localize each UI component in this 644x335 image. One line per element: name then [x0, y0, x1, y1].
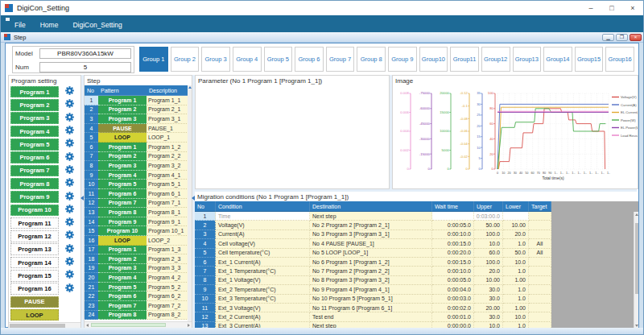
- doc-minimize-button[interactable]: ▁: [602, 34, 614, 41]
- migration-wait-time-cell[interactable]: 0:00:15.0: [432, 258, 474, 267]
- migration-target-cell[interactable]: All: [529, 239, 551, 248]
- step-description-cell[interactable]: Program 7_2: [147, 301, 188, 311]
- migration-wait-time-cell[interactable]: 0:00:05.0: [432, 221, 474, 230]
- gear-icon[interactable]: [64, 124, 75, 139]
- step-row[interactable]: 18Program 2Program 2_3: [85, 254, 192, 264]
- step-description-cell[interactable]: Program 9_1: [147, 217, 188, 227]
- step-row[interactable]: 21Program 5Program 5_2: [85, 283, 192, 292]
- migration-lower-cell[interactable]: 1.00: [503, 276, 529, 285]
- program-button-program-11[interactable]: Program 11: [10, 217, 59, 230]
- step-description-cell[interactable]: Program 5_2: [147, 283, 188, 292]
- migration-destination-cell[interactable]: No 7 Program 2 [Program 2_2]: [310, 267, 432, 275]
- migration-no-cell[interactable]: 12: [195, 312, 216, 321]
- program-button-loop[interactable]: LOOP: [10, 309, 59, 321]
- migration-upper-cell[interactable]: 30.0: [474, 285, 503, 294]
- step-row[interactable]: 11Program 6Program 6_1: [85, 189, 192, 199]
- program-button-program-6[interactable]: Program 6: [10, 151, 59, 163]
- gear-icon[interactable]: [64, 216, 75, 230]
- migration-vertical-scrollbar[interactable]: [634, 212, 638, 329]
- scroll-right-icon[interactable]: [188, 324, 190, 327]
- migration-destination-cell[interactable]: No 4 PAUSE [PAUSE_1]: [310, 239, 432, 248]
- migration-no-cell[interactable]: 8: [195, 276, 216, 285]
- gear-icon[interactable]: [64, 242, 75, 257]
- step-no-cell[interactable]: 16: [85, 236, 98, 246]
- group-tab-15[interactable]: Group15: [575, 47, 604, 72]
- program-button-program-7[interactable]: Program 7: [10, 165, 59, 177]
- group-tab-14[interactable]: Group14: [543, 47, 572, 72]
- migration-target-cell[interactable]: [529, 312, 551, 321]
- step-no-cell[interactable]: 14: [85, 217, 98, 227]
- migration-lower-cell[interactable]: 1.0: [503, 267, 529, 275]
- migration-row[interactable]: 5Cell temperature(°C)No 5 LOOP [LOOP_1]0…: [195, 249, 638, 258]
- step-description-cell[interactable]: Program 3_2: [147, 161, 188, 171]
- migration-no-cell[interactable]: 3: [195, 230, 216, 239]
- migration-wait-time-cell[interactable]: 0:00:10.0: [432, 267, 474, 275]
- step-pattern-cell[interactable]: Program 5: [98, 283, 147, 292]
- step-description-cell[interactable]: Program 10_1: [147, 226, 188, 236]
- step-no-cell[interactable]: 7: [85, 152, 98, 162]
- migration-destination-cell[interactable]: No 8 Program 3 [Program 3_2]: [310, 276, 432, 285]
- step-no-cell[interactable]: 24: [85, 311, 98, 321]
- step-no-cell[interactable]: 6: [85, 143, 98, 152]
- step-row[interactable]: 22Program 6Program 6_2: [85, 292, 192, 301]
- gear-icon[interactable]: [64, 163, 75, 178]
- migration-upper-cell[interactable]: 10.0: [474, 239, 503, 248]
- step-row[interactable]: 8Program 3Program 3_2: [85, 161, 192, 171]
- group-tab-6[interactable]: Group 6: [295, 47, 324, 72]
- step-pattern-cell[interactable]: Program 3: [98, 264, 147, 274]
- migration-row[interactable]: 2Voltage(V)No 2 Program 2 [Program 2_1]0…: [195, 221, 638, 230]
- step-description-cell[interactable]: Program 8_1: [147, 208, 188, 217]
- migration-target-cell[interactable]: [529, 285, 551, 294]
- step-no-cell[interactable]: 17: [85, 246, 98, 255]
- step-no-cell[interactable]: 12: [85, 199, 98, 209]
- step-row[interactable]: 5LOOPLOOP_1: [85, 133, 192, 143]
- migration-upper-cell[interactable]: 20.0: [474, 267, 503, 275]
- step-description-cell[interactable]: LOOP_2: [147, 236, 188, 246]
- step-pattern-cell[interactable]: Program 3: [98, 114, 147, 124]
- migration-upper-cell[interactable]: 100.0: [474, 258, 503, 267]
- migration-no-cell[interactable]: 5: [195, 249, 216, 258]
- migration-destination-cell[interactable]: No 6 Program 1 [Program 1_2]: [310, 258, 432, 267]
- migration-lower-cell[interactable]: 10.00: [503, 221, 529, 230]
- step-pattern-cell[interactable]: Program 3: [98, 161, 147, 171]
- group-tab-10[interactable]: Group10: [419, 47, 448, 72]
- step-pattern-cell[interactable]: Program 1: [98, 246, 147, 255]
- step-pattern-cell[interactable]: Program 9: [98, 217, 147, 227]
- program-button-program-4[interactable]: Program 4: [10, 126, 59, 138]
- step-no-cell[interactable]: 20: [85, 273, 98, 283]
- program-button-program-12[interactable]: Program 12: [10, 230, 59, 242]
- gear-icon[interactable]: [64, 151, 75, 165]
- migration-target-cell[interactable]: [529, 267, 551, 275]
- program-button-program-9[interactable]: Program 9: [10, 191, 59, 203]
- group-tab-7[interactable]: Group 7: [326, 47, 355, 72]
- migration-destination-cell[interactable]: No 5 LOOP [LOOP_1]: [310, 249, 432, 258]
- migration-target-cell[interactable]: [529, 221, 551, 230]
- migration-wait-time-cell[interactable]: 0:00:01.0: [432, 312, 474, 321]
- step-description-cell[interactable]: Program 2_1: [147, 105, 188, 115]
- migration-lower-cell[interactable]: 1.0: [503, 285, 529, 294]
- doc-restore-button[interactable]: ❐: [616, 34, 628, 41]
- step-no-cell[interactable]: 15: [85, 226, 98, 236]
- step-no-cell[interactable]: 19: [85, 264, 98, 274]
- program-button-program-5[interactable]: Program 5: [10, 139, 59, 151]
- migration-no-cell[interactable]: 7: [195, 267, 216, 275]
- program-button-program-14[interactable]: Program 14: [10, 257, 59, 269]
- group-tab-13[interactable]: Group13: [513, 47, 542, 72]
- step-pattern-cell[interactable]: Program 4: [98, 171, 147, 180]
- step-row[interactable]: 6Program 1Program 1_2: [85, 143, 192, 152]
- migration-row[interactable]: 8Ext_1 Voltage(V)No 8 Program 3 [Program…: [195, 276, 638, 285]
- migration-condition-cell[interactable]: Ext_3 Voltage(V): [216, 304, 310, 312]
- num-input[interactable]: [39, 62, 131, 72]
- menu-item-digicon_setting[interactable]: DigiCon_Setting: [65, 19, 129, 31]
- migration-lower-cell[interactable]: 10.0: [503, 258, 529, 267]
- step-description-cell[interactable]: Program 7_1: [147, 199, 188, 209]
- migration-no-cell[interactable]: 2: [195, 221, 216, 230]
- gear-icon[interactable]: [64, 111, 75, 126]
- gear-icon[interactable]: [64, 176, 75, 191]
- migration-wait-time-cell[interactable]: 0:00:20.0: [432, 249, 474, 258]
- step-description-cell[interactable]: Program 4_2: [147, 273, 188, 283]
- migration-destination-cell[interactable]: No 2 Program 2 [Program 2_1]: [310, 221, 432, 230]
- group-tab-2[interactable]: Group 2: [171, 47, 200, 72]
- migration-condition-cell[interactable]: Ext_1 Current(A): [216, 258, 310, 267]
- migration-row[interactable]: 9Ext_2 Temperature(°C)No 9 Program 4 [Pr…: [195, 285, 638, 294]
